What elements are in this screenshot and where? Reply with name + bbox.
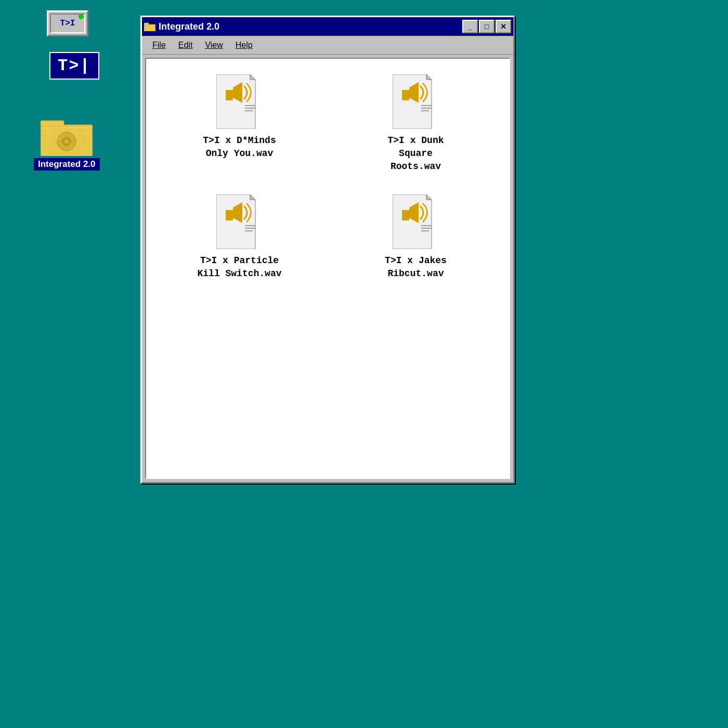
svg-rect-11	[144, 23, 149, 25]
svg-marker-19	[393, 74, 432, 129]
window-title: Integrated 2.0	[159, 21, 459, 32]
svg-rect-28	[226, 210, 233, 220]
file-label-3: T>I x Particle Kill Switch.wav	[197, 254, 281, 280]
svg-rect-21	[402, 90, 409, 100]
terminal-label-graphic: T>|	[49, 52, 99, 80]
svg-marker-27	[250, 194, 255, 200]
file-area: T>I x D*Minds Only You.wav T>I x Dunk Sq…	[145, 58, 510, 479]
svg-rect-35	[402, 210, 409, 220]
menu-view[interactable]: View	[200, 38, 228, 52]
main-window: Integrated 2.0 _ □ ✕ File Edit View Help	[140, 16, 515, 484]
menu-edit[interactable]: Edit	[173, 38, 198, 52]
close-button[interactable]: ✕	[496, 20, 511, 33]
folder-icon-graphic	[41, 114, 93, 156]
maximize-button[interactable]: □	[479, 20, 495, 33]
file-item-1[interactable]: T>I x D*Minds Only You.wav	[157, 69, 322, 179]
window-controls: _ □ ✕	[462, 20, 511, 33]
svg-rect-9	[41, 125, 93, 156]
sound-file-icon-3	[216, 194, 263, 249]
svg-rect-14	[226, 90, 233, 100]
title-bar: Integrated 2.0 _ □ ✕	[142, 17, 513, 36]
desktop-icon-folder[interactable]: Integrated 2.0	[34, 114, 100, 171]
menu-help[interactable]: Help	[230, 38, 258, 52]
sound-file-icon-4	[393, 194, 439, 249]
minimize-button[interactable]: _	[462, 20, 478, 33]
folder-label: Integrated 2.0	[34, 158, 100, 171]
file-label-1: T>I x D*Minds Only You.wav	[203, 134, 276, 160]
svg-marker-33	[393, 194, 432, 249]
file-item-2[interactable]: T>I x Dunk Square Roots.wav	[333, 69, 499, 179]
svg-marker-20	[426, 74, 432, 80]
svg-marker-26	[216, 194, 255, 249]
menu-bar: File Edit View Help	[142, 36, 513, 55]
sound-file-icon-1	[216, 74, 263, 129]
sound-file-icon-2	[393, 74, 439, 129]
svg-marker-13	[250, 74, 255, 80]
file-label-4: T>I x Jakes Ribcut.wav	[385, 254, 447, 280]
file-label-2: T>I x Dunk Square Roots.wav	[387, 134, 444, 174]
desktop-icon-terminal-label[interactable]: T>|	[49, 52, 99, 80]
terminal-icon-graphic: T>I	[47, 10, 88, 36]
svg-marker-34	[426, 194, 432, 200]
svg-marker-12	[216, 74, 255, 129]
file-item-3[interactable]: T>I x Particle Kill Switch.wav	[157, 189, 322, 285]
menu-file[interactable]: File	[147, 38, 171, 52]
title-bar-folder-icon	[144, 22, 155, 31]
file-item-4[interactable]: T>I x Jakes Ribcut.wav	[333, 189, 499, 285]
desktop-icon-terminal-top[interactable]: T>I	[42, 10, 94, 36]
